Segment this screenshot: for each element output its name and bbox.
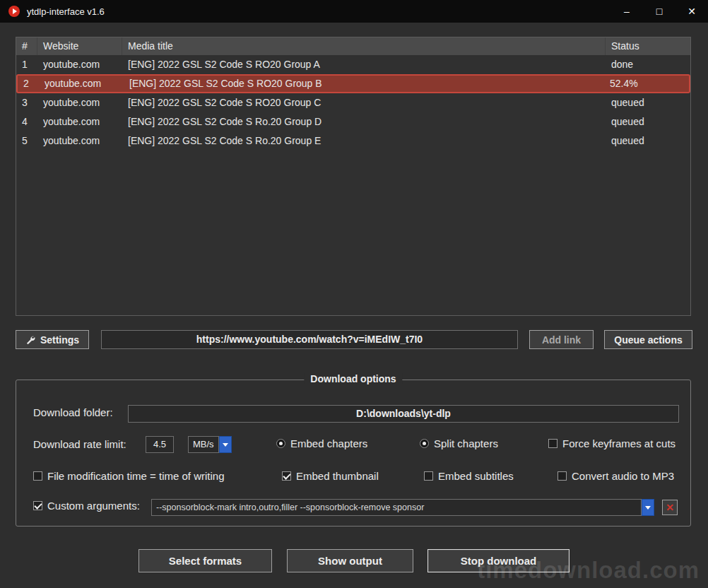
embed-subtitles-label: Embed subtitles [438,470,514,482]
titlebar: ytdlp-interface v1.6 – □ ✕ [0,0,708,23]
window-title: ytdlp-interface v1.6 [27,6,105,17]
status-cell: queued [606,112,690,131]
table-row[interactable]: 3youtube.com[ENG] 2022 GSL S2 Code S RO2… [16,93,690,112]
media-title-cell: [ENG] 2022 GSL S2 Code S RO20 Group A [122,55,606,74]
show-output-button[interactable]: Show output [287,549,413,572]
column-header[interactable]: Website [37,37,122,55]
row-number-cell: 3 [16,93,37,112]
website-cell: youtube.com [37,55,122,74]
rate-limit-label: Download rate limit: [33,438,126,450]
table-row[interactable]: 2youtube.com[ENG] 2022 GSL S2 Code S RO2… [16,74,690,93]
status-cell: queued [606,131,690,151]
status-cell: done [606,55,690,74]
website-cell: youtube.com [37,93,122,112]
radio-icon[interactable] [420,439,429,448]
remove-icon: ✕ [666,502,674,513]
queue-actions-button[interactable]: Queue actions [604,330,692,349]
chevron-down-icon[interactable] [642,499,654,516]
status-cell: 52.4% [604,76,689,92]
column-header[interactable]: # [16,37,37,55]
custom-arguments-combobox[interactable]: --sponsorblock-mark intro,outro,filler -… [151,499,654,516]
checkbox-icon[interactable] [424,471,433,481]
queue-table-body: 1youtube.com[ENG] 2022 GSL S2 Code S RO2… [16,55,690,151]
queue-table-header: #WebsiteMedia titleStatus [16,37,690,55]
app-icon [8,6,20,17]
convert-mp3-label: Convert audio to MP3 [572,470,674,482]
embed-thumbnail-label: Embed thumbnail [296,470,379,482]
custom-arguments-checkbox[interactable]: Custom arguments: [33,500,140,512]
embed-chapters-label: Embed chapters [290,437,367,449]
table-row[interactable]: 4youtube.com[ENG] 2022 GSL S2 Code S Ro.… [16,112,690,131]
table-row[interactable]: 1youtube.com[ENG] 2022 GSL S2 Code S RO2… [16,55,690,74]
embed-thumbnail-checkbox[interactable]: Embed thumbnail [282,470,379,482]
row-number-cell: 5 [16,131,37,151]
embed-chapters-radio[interactable]: Embed chapters [276,437,367,449]
remove-argument-button[interactable]: ✕ [662,500,678,515]
force-keyframes-checkbox[interactable]: Force keyframes at cuts [548,437,675,449]
website-cell: youtube.com [39,76,124,92]
wrench-icon [25,335,35,345]
file-mod-time-label: File modification time = time of writing [47,470,225,482]
url-input[interactable]: https://www.youtube.com/watch?v=iMEdIW_t… [101,330,518,349]
radio-icon[interactable] [276,439,285,448]
row-number-cell: 4 [16,112,37,131]
maximize-button[interactable]: □ [643,0,675,23]
stop-download-button[interactable]: Stop download [427,549,570,572]
checkbox-icon[interactable] [33,471,42,481]
select-formats-button[interactable]: Select formats [138,549,272,572]
chevron-down-icon[interactable] [219,436,232,453]
rate-limit-input[interactable]: 4.5 [146,436,174,453]
split-chapters-label: Split chapters [434,437,498,449]
media-title-cell: [ENG] 2022 GSL S2 Code S RO20 Group C [122,93,606,112]
checkbox-icon[interactable] [548,439,557,448]
custom-arguments-label: Custom arguments: [47,500,140,512]
minimize-button[interactable]: – [610,0,643,23]
add-link-button[interactable]: Add link [529,330,594,349]
download-options-group: Download options Download folder: D:\dow… [16,380,691,527]
column-header[interactable]: Media title [122,37,606,55]
app-window: ytdlp-interface v1.6 – □ ✕ #WebsiteMedia… [0,0,708,588]
status-cell: queued [606,93,690,112]
download-options-title: Download options [304,373,402,384]
checkbox-icon[interactable] [33,501,42,510]
settings-button[interactable]: Settings [16,330,89,349]
row-number-cell: 2 [18,76,39,92]
convert-mp3-checkbox[interactable]: Convert audio to MP3 [557,470,674,482]
window-controls: – □ ✕ [610,0,708,23]
rate-unit-value: MB/s [188,436,219,453]
force-keyframes-label: Force keyframes at cuts [562,437,675,449]
file-mod-time-checkbox[interactable]: File modification time = time of writing [33,470,225,482]
split-chapters-radio[interactable]: Split chapters [420,437,498,449]
queue-table: #WebsiteMedia titleStatus 1youtube.com[E… [16,37,691,316]
download-folder-label: Download folder: [33,406,113,418]
media-title-cell: [ENG] 2022 GSL S2 Code S Ro.20 Group E [122,131,606,151]
website-cell: youtube.com [37,131,122,151]
rate-unit-combobox[interactable]: MB/s [188,436,232,453]
download-folder-input[interactable]: D:\downloads\yt-dlp [128,405,679,423]
media-title-cell: [ENG] 2022 GSL S2 Code S Ro.20 Group D [122,112,606,131]
checkbox-icon[interactable] [557,471,567,481]
embed-subtitles-checkbox[interactable]: Embed subtitles [424,470,514,482]
website-cell: youtube.com [37,112,122,131]
custom-arguments-value[interactable]: --sponsorblock-mark intro,outro,filler -… [151,499,642,516]
checkbox-icon[interactable] [282,471,291,481]
media-title-cell: [ENG] 2022 GSL S2 Code S RO20 Group B [124,76,604,92]
column-header[interactable]: Status [606,37,690,55]
settings-button-label: Settings [40,334,79,346]
row-number-cell: 1 [16,55,37,74]
close-button[interactable]: ✕ [675,0,708,23]
table-row[interactable]: 5youtube.com[ENG] 2022 GSL S2 Code S Ro.… [16,131,690,151]
